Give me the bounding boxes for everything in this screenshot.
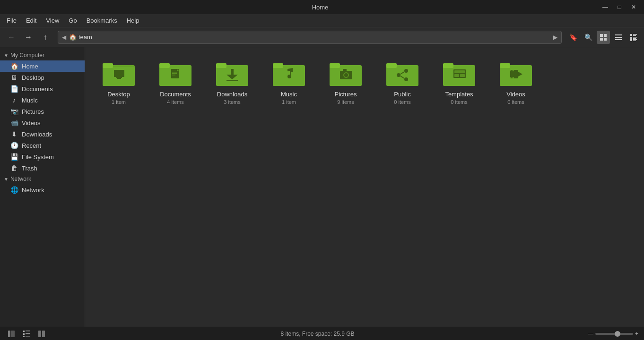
folder-icon-videos [499,59,533,88]
svg-rect-57 [443,63,453,68]
sidebar-item-videos[interactable]: 📹 Videos [0,117,85,128]
sidebar-section-network[interactable]: ▼ Network [0,174,85,184]
svg-rect-20 [114,70,124,77]
sidebar-item-trash[interactable]: 🗑 Trash [0,162,85,174]
network-label: Network [10,176,31,182]
status-tree-toggle[interactable] [21,328,32,340]
file-item-music[interactable]: Music 1 item [263,55,315,109]
svg-rect-34 [231,69,234,75]
svg-rect-0 [600,34,603,37]
file-meta-desktop: 1 item [112,99,126,105]
file-meta-public: 0 items [394,99,410,105]
file-item-templates[interactable]: Templates 0 items [433,55,485,109]
zoom-plus: + [635,331,638,337]
music-icon: ♪ [10,96,18,104]
search-button[interactable]: 🔍 [582,31,595,44]
sidebar-item-network[interactable]: 🌐 Network [0,184,85,196]
svg-rect-25 [159,63,170,68]
zoom-minus: — [588,331,593,337]
sidebar-item-label-recent: Recent [22,142,41,149]
sidebar-item-documents[interactable]: 📄 Documents [0,83,85,94]
svg-rect-67 [510,70,511,71]
svg-rect-72 [513,77,514,78]
menu-file[interactable]: File [2,16,21,25]
sidebar-item-filesystem[interactable]: 💾 File System [0,151,85,162]
svg-rect-68 [512,70,513,71]
svg-rect-73 [8,331,10,337]
menu-view[interactable]: View [41,16,64,25]
file-item-public[interactable]: Public 0 items [376,55,428,109]
sidebar-item-label-network: Network [22,187,44,194]
menu-edit[interactable]: Edit [21,16,41,25]
bookmark-button[interactable]: 🔖 [566,31,580,44]
sidebar-item-pictures[interactable]: 📷 Pictures [0,106,85,117]
sidebar-item-music[interactable]: ♪ Music [0,94,85,106]
window-controls: — □ ✕ [599,2,640,12]
file-item-videos[interactable]: Videos 0 items [490,55,542,109]
close-button[interactable]: ✕ [627,2,640,12]
menu-go[interactable]: Go [64,16,81,25]
svg-rect-13 [630,39,632,41]
minimize-button[interactable]: — [599,2,612,12]
menu-bookmarks[interactable]: Bookmarks [82,16,122,25]
sidebar-item-label-trash: Trash [22,165,37,172]
svg-rect-80 [26,336,30,337]
title-bar: Home — □ ✕ [0,0,644,14]
svg-point-45 [344,73,348,77]
folder-icon-documents [158,59,192,88]
svg-point-52 [404,77,408,81]
svg-point-50 [404,69,408,73]
trash-icon: 🗑 [10,164,18,172]
location-left-chevron[interactable]: ◀ [61,34,67,41]
downloads-icon: ⬇ [10,130,18,138]
filesystem-icon: 💾 [10,153,18,161]
svg-rect-12 [633,38,636,39]
svg-rect-60 [454,74,459,77]
file-item-documents[interactable]: Documents 4 items [149,55,201,109]
file-meta-documents: 4 items [167,99,183,105]
location-right-chevron[interactable]: ▶ [552,34,558,41]
view-list-button[interactable] [612,31,625,44]
svg-rect-1 [604,34,607,37]
svg-rect-8 [633,34,637,35]
status-sidebar-toggle[interactable] [6,328,17,340]
view-grid-button[interactable] [597,31,610,44]
sidebar-item-label-videos: Videos [22,119,41,127]
up-button[interactable]: ↑ [38,30,53,45]
file-name-desktop: Desktop [107,91,130,98]
svg-rect-9 [633,35,636,36]
view-compact-button[interactable] [627,31,640,44]
svg-rect-4 [615,34,622,35]
sidebar-item-downloads[interactable]: ⬇ Downloads [0,128,85,140]
sidebar-item-desktop[interactable]: 🖥 Desktop [0,72,85,83]
file-name-music: Music [281,91,297,98]
zoom-slider[interactable] [595,333,633,335]
svg-rect-48 [386,67,418,86]
file-item-downloads[interactable]: Downloads 3 items [206,55,258,109]
back-button[interactable]: ← [4,30,19,45]
file-name-public: Public [394,91,410,98]
sidebar-item-recent[interactable]: 🕐 Recent [0,140,85,151]
svg-rect-71 [512,77,513,78]
svg-rect-46 [343,69,347,71]
file-meta-templates: 0 items [451,99,467,105]
svg-rect-81 [38,331,41,337]
sidebar-section-mycomputer[interactable]: ▼ My Computer [0,50,85,60]
svg-rect-3 [604,38,607,41]
svg-rect-30 [172,75,175,76]
svg-rect-49 [386,63,397,68]
location-path-text: team [78,34,92,41]
file-item-pictures[interactable]: Pictures 9 items [320,55,372,109]
maximize-button[interactable]: □ [613,2,626,12]
svg-rect-6 [615,39,622,40]
file-item-desktop[interactable]: Desktop 1 item [93,55,145,109]
svg-rect-70 [510,77,511,78]
forward-button[interactable]: → [21,30,36,45]
file-area: Desktop 1 item [85,47,644,327]
file-name-templates: Templates [445,91,473,98]
menu-help[interactable]: Help [122,16,144,25]
sidebar-item-home[interactable]: 🏠 Home [0,60,85,72]
svg-rect-33 [216,63,226,68]
status-split-toggle[interactable] [36,328,47,340]
svg-rect-59 [454,70,465,73]
